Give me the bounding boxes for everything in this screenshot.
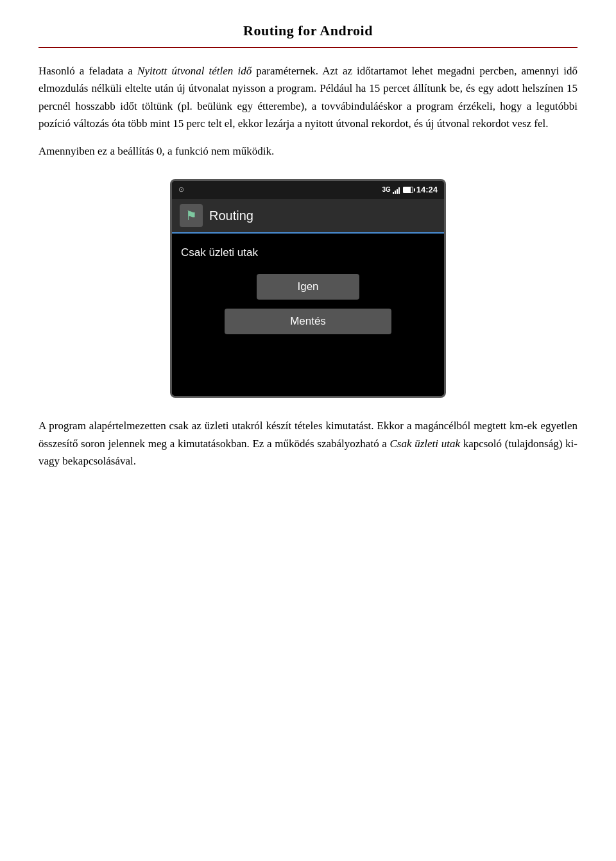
network-indicator: 3G: [382, 185, 390, 195]
phone-screen: ⊙ 3G 14:24 ⚑ Routing: [170, 179, 446, 398]
igen-button[interactable]: Igen: [257, 274, 359, 300]
paragraph-3: A program alapértelmezetten csak az üzle…: [38, 417, 578, 470]
routing-icon: ⚑: [185, 205, 197, 226]
signal-icon: [393, 186, 400, 194]
app-icon: ⚑: [180, 204, 203, 227]
status-bar: ⊙ 3G 14:24: [172, 181, 444, 199]
italic-text-2: Csak üzleti utak: [390, 438, 460, 450]
phone-bottom-area: [172, 345, 444, 396]
title-rule: [38, 47, 578, 48]
gps-icon: ⊙: [178, 184, 184, 196]
phone-content: Csak üzleti utak Igen Mentés: [172, 234, 444, 345]
phone-mockup: ⊙ 3G 14:24 ⚑ Routing: [38, 179, 578, 398]
battery-icon: [403, 187, 413, 193]
mentes-button[interactable]: Mentés: [225, 309, 391, 334]
app-title: Routing: [209, 205, 253, 226]
app-bar: ⚑ Routing: [172, 199, 444, 234]
paragraph-2: Amennyiben ez a beállítás 0, a funkció n…: [38, 142, 578, 160]
status-time: 14:24: [416, 183, 438, 197]
content-label: Csak üzleti utak: [181, 244, 435, 261]
page-title: Routing for Android: [38, 19, 578, 42]
battery-fill: [404, 187, 411, 192]
status-icons: 3G: [382, 185, 413, 195]
paragraph-1: Hasonló a feladata a Nyitott útvonal tét…: [38, 62, 578, 132]
italic-text-1: Nyitott útvonal tétlen idő: [137, 65, 252, 77]
status-bar-left: ⊙: [178, 184, 382, 196]
